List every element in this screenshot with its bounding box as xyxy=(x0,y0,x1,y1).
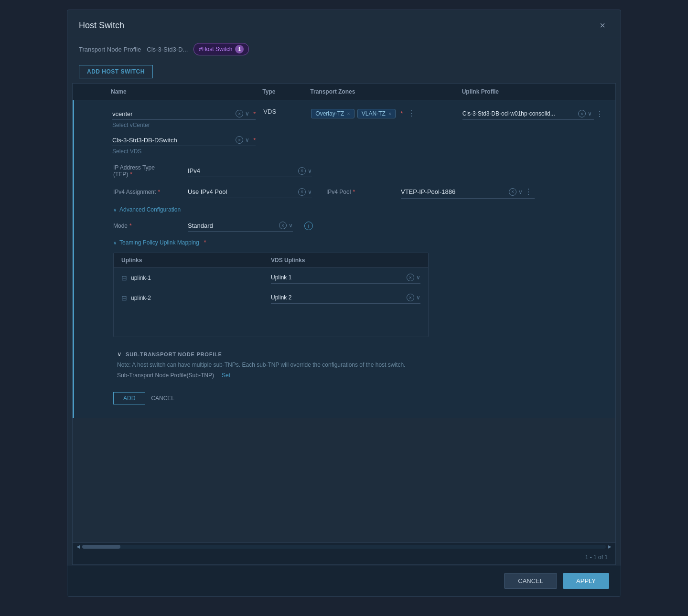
tz-tags-container: Overlay-TZ × VLAN-TZ × * ⋮ xyxy=(311,108,454,122)
uplink2-vds-select[interactable]: Uplink 2 × ∨ xyxy=(271,292,420,304)
mode-value: Standard xyxy=(188,222,275,229)
tz-vlan-remove[interactable]: × xyxy=(388,111,391,117)
ipv4-assignment-chevron-icon[interactable]: ∨ xyxy=(308,189,312,195)
row-top: vcenter × ∨ * Select vCenter Cls-3-S xyxy=(80,108,610,155)
vcenter-select[interactable]: vcenter × ∨ * xyxy=(112,108,256,120)
vcenter-value: vcenter xyxy=(112,110,236,117)
uplink-profile-value: Cls-3-Std3-DB-oci-w01hp-consolid... xyxy=(462,110,578,117)
vds-chevron-icon[interactable]: ∨ xyxy=(245,137,249,143)
col-name: Name xyxy=(107,88,258,95)
ipv4-left: IPv4 Assignment* Use IPv4 Pool × ∨ xyxy=(113,186,312,198)
col-empty xyxy=(78,88,107,95)
uplink1-label: uplink-1 xyxy=(131,275,151,281)
scroll-right-icon[interactable]: ▶ xyxy=(606,544,613,549)
teaming-required: * xyxy=(204,239,206,246)
teaming-section: ∨ Teaming Policy Uplink Mapping * Uplink… xyxy=(113,239,606,337)
add-button[interactable]: ADD xyxy=(113,392,145,404)
tz-vlan-label: VLAN-TZ xyxy=(362,110,386,117)
teaming-table-header: Uplinks VDS Uplinks xyxy=(114,253,428,268)
ipv4-pool-clear-button[interactable]: × xyxy=(509,188,516,196)
vcenter-required: * xyxy=(253,110,256,117)
ip-type-chevron-icon[interactable]: ∨ xyxy=(308,168,312,174)
advanced-config-label: Advanced Configuration xyxy=(119,206,181,213)
mode-info-icon[interactable]: i xyxy=(304,222,313,230)
mode-row: Mode* Standard × ∨ i xyxy=(113,220,606,232)
advanced-config-collapse[interactable]: ∨ Advanced Configuration xyxy=(113,206,606,213)
vcenter-chevron-icon[interactable]: ∨ xyxy=(245,110,249,117)
type-value: VDS xyxy=(263,108,276,115)
horizontal-scrollbar[interactable]: ◀ ▶ xyxy=(73,542,615,550)
vcenter-placeholder: Select vCenter xyxy=(112,122,256,128)
mode-required: * xyxy=(129,223,132,229)
uplink-profile-column: Cls-3-Std3-DB-oci-w01hp-consolid... × ∨ … xyxy=(459,108,610,120)
breadcrumb-part2: Cls-3-Std3-D... xyxy=(147,46,188,53)
uplink-profile-select[interactable]: Cls-3-Std3-DB-oci-w01hp-consolid... × ∨ xyxy=(462,108,594,120)
vds-clear-button[interactable]: × xyxy=(236,136,243,144)
mode-select[interactable]: Standard × ∨ xyxy=(188,220,293,232)
ip-address-type-value: IPv4 xyxy=(188,167,294,174)
cancel-button[interactable]: CANCEL xyxy=(504,573,557,589)
ipv4-pool-required: * xyxy=(353,189,355,195)
ipv4-pool-chevron-icon[interactable]: ∨ xyxy=(518,189,523,195)
mode-chevron-icon[interactable]: ∨ xyxy=(289,222,293,229)
uplink-profile-more-icon[interactable]: ⋮ xyxy=(594,109,606,118)
scroll-track xyxy=(82,545,606,549)
uplink1-vds-select[interactable]: Uplink 1 × ∨ xyxy=(271,272,420,284)
ipv4-pool-more-icon[interactable]: ⋮ xyxy=(523,187,535,196)
uplink2-row: ⊟ uplink-2 Uplink 2 × ∨ xyxy=(114,288,428,308)
table-body: vcenter × ∨ * Select vCenter Cls-3-S xyxy=(73,100,615,542)
mode-clear-button[interactable]: × xyxy=(279,222,287,229)
uplink-profile-chevron-icon[interactable]: ∨ xyxy=(588,110,592,117)
vds-required: * xyxy=(253,137,256,144)
close-button[interactable]: × xyxy=(596,19,609,32)
tz-tag-vlan: VLAN-TZ × xyxy=(357,109,396,118)
teaming-empty-space xyxy=(114,308,428,337)
vds-value: Cls-3-Std3-DB-DSwitch xyxy=(112,137,236,144)
apply-button[interactable]: APPLY xyxy=(563,573,609,589)
ipv4-assignment-select[interactable]: Use IPv4 Pool × ∨ xyxy=(188,186,312,198)
ip-address-type-select[interactable]: IPv4 × ∨ xyxy=(188,165,312,177)
sub-transport-collapse-icon[interactable]: ∨ xyxy=(117,350,122,358)
breadcrumb-tag[interactable]: #Host Switch 1 xyxy=(194,43,249,55)
vds-controls: × ∨ * xyxy=(236,136,256,144)
uplink2-chevron-icon[interactable]: ∨ xyxy=(416,294,420,301)
col-type: Type xyxy=(258,88,306,95)
teaming-collapse[interactable]: ∨ Teaming Policy Uplink Mapping * xyxy=(113,239,606,246)
row-actions: ADD CANCEL xyxy=(113,386,606,410)
vcenter-controls: × ∨ * xyxy=(236,110,256,117)
sub-transport-set-link[interactable]: Set xyxy=(222,372,230,379)
uplink-profile-clear-button[interactable]: × xyxy=(578,110,586,117)
uplink1-chevron-icon[interactable]: ∨ xyxy=(416,274,420,281)
scroll-left-icon[interactable]: ◀ xyxy=(75,544,82,549)
breadcrumb-part1: Transport Node Profile xyxy=(79,46,141,53)
ipv4-assignment-label: IPv4 Assignment* xyxy=(113,189,180,195)
teaming-collapse-icon: ∨ xyxy=(113,240,117,245)
form-section: IP Address Type(TEP)* IPv4 × ∨ xyxy=(80,159,610,410)
uplink2-name: ⊟ uplink-2 xyxy=(121,294,271,302)
ip-type-clear-button[interactable]: × xyxy=(298,167,306,175)
modal-title: Host Switch xyxy=(79,21,124,31)
uplink2-clear-button[interactable]: × xyxy=(407,294,414,301)
advanced-config-collapse-icon: ∨ xyxy=(113,207,117,212)
transport-zones-column: Overlay-TZ × VLAN-TZ × * ⋮ xyxy=(307,108,458,122)
uplink1-icon: ⊟ xyxy=(121,274,127,282)
host-switch-modal: Host Switch × Transport Node Profile Cls… xyxy=(67,10,621,597)
modal-header: Host Switch × xyxy=(67,10,621,38)
uplink1-name: ⊟ uplink-1 xyxy=(121,274,271,282)
ipv4-pool-select[interactable]: VTEP-IP-Pool-1886 × ∨ ⋮ xyxy=(401,185,535,199)
ipv4-assignment-clear-button[interactable]: × xyxy=(298,188,306,196)
tz-tag-overlay: Overlay-TZ × xyxy=(311,109,354,118)
scroll-thumb[interactable] xyxy=(82,545,120,549)
vds-uplinks-col-header: VDS Uplinks xyxy=(271,257,420,264)
ipv4-pool-label: IPv4 Pool* xyxy=(326,189,393,195)
vds-select[interactable]: Cls-3-Std3-DB-DSwitch × ∨ * xyxy=(112,134,256,146)
tz-more-options-icon[interactable]: ⋮ xyxy=(406,109,418,118)
ipv4-pool-value: VTEP-IP-Pool-1886 xyxy=(401,188,505,195)
ip-type-required: * xyxy=(130,171,132,178)
tz-overlay-remove[interactable]: × xyxy=(347,111,350,117)
vcenter-clear-button[interactable]: × xyxy=(236,110,243,117)
cancel-small-button[interactable]: CANCEL xyxy=(151,395,174,402)
add-host-switch-button[interactable]: ADD HOST SWITCH xyxy=(79,65,153,78)
uplink1-clear-button[interactable]: × xyxy=(407,274,414,281)
breadcrumb: Transport Node Profile Cls-3-Std3-D... #… xyxy=(67,38,621,60)
